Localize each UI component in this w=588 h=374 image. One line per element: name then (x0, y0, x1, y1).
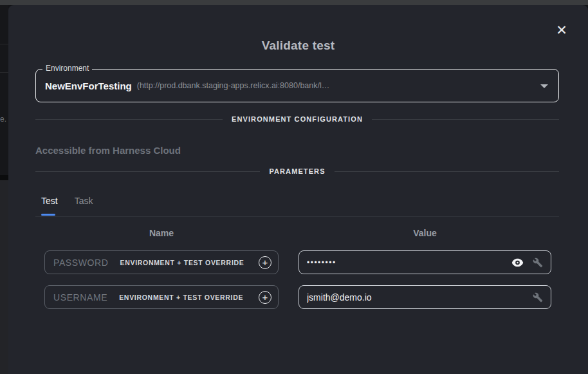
environment-selected-url: (http://prod.dbank.staging-apps.relicx.a… (137, 81, 329, 90)
close-button[interactable]: ✕ (553, 21, 571, 39)
page-title: Validate test (8, 39, 588, 53)
parameters-heading: PARAMETERS (269, 167, 325, 175)
divider (0, 72, 8, 73)
edit-value-button[interactable] (533, 257, 543, 268)
wrench-icon (533, 292, 543, 303)
divider-line (35, 171, 260, 172)
add-override-button[interactable]: + (259, 256, 271, 269)
divider-line (335, 171, 559, 172)
show-password-toggle[interactable] (511, 258, 524, 267)
parameters-tabs: Test Task (41, 196, 93, 206)
active-tab-underline (41, 214, 55, 216)
username-value-input[interactable] (307, 292, 524, 303)
column-header-name: Name (44, 228, 279, 238)
tab-task[interactable]: Task (75, 196, 93, 206)
chevron-down-icon (540, 84, 548, 88)
edit-value-button[interactable] (533, 292, 543, 303)
parameters-divider: PARAMETERS (35, 166, 559, 176)
background-sidebar-lower (0, 180, 8, 374)
password-value-input[interactable] (307, 258, 502, 267)
environment-configuration-heading: ENVIRONMENT CONFIGURATION (232, 115, 363, 123)
environment-select-label: Environment (42, 64, 92, 73)
environment-configuration-divider: ENVIRONMENT CONFIGURATION (35, 114, 559, 124)
divider (0, 44, 8, 44)
background-top-bar (0, 0, 588, 5)
close-icon: ✕ (556, 23, 567, 37)
tab-test[interactable]: Test (41, 196, 58, 206)
password-name-field[interactable]: PASSWORD ENVIRONMENT + TEST OVERRIDE + (44, 250, 279, 274)
parameter-name-placeholder: USERNAME (53, 292, 107, 303)
divider-line (35, 119, 223, 120)
eye-icon (511, 258, 524, 267)
accessibility-note: Accessible from Harness Cloud (35, 145, 181, 156)
validate-test-dialog: ✕ Validate test Environment NewEnvForTes… (8, 5, 588, 374)
divider (0, 175, 8, 180)
environment-selected-name: NewEnvForTesting (45, 80, 132, 91)
password-value-field[interactable] (299, 250, 551, 274)
username-name-field[interactable]: USERNAME ENVIRONMENT + TEST OVERRIDE + (44, 285, 279, 309)
parameter-row-password: PASSWORD ENVIRONMENT + TEST OVERRIDE + (8, 250, 588, 274)
plus-icon: + (262, 292, 268, 302)
override-badge: ENVIRONMENT + TEST OVERRIDE (119, 294, 243, 301)
environment-select[interactable]: Environment NewEnvForTesting (http://pro… (35, 69, 559, 102)
username-value-field[interactable] (299, 285, 551, 309)
override-badge: ENVIRONMENT + TEST OVERRIDE (120, 259, 244, 266)
add-override-button[interactable]: + (259, 291, 271, 304)
divider-line (372, 119, 559, 120)
tabs-baseline (35, 216, 559, 217)
parameter-row-username: USERNAME ENVIRONMENT + TEST OVERRIDE + (8, 285, 588, 309)
truncated-background-text: e. (0, 115, 6, 124)
background-sidebar-sliver: e. (0, 5, 8, 374)
plus-icon: + (262, 257, 268, 267)
parameter-name-placeholder: PASSWORD (53, 257, 108, 268)
wrench-icon (533, 257, 543, 268)
column-header-value: Value (299, 228, 551, 238)
